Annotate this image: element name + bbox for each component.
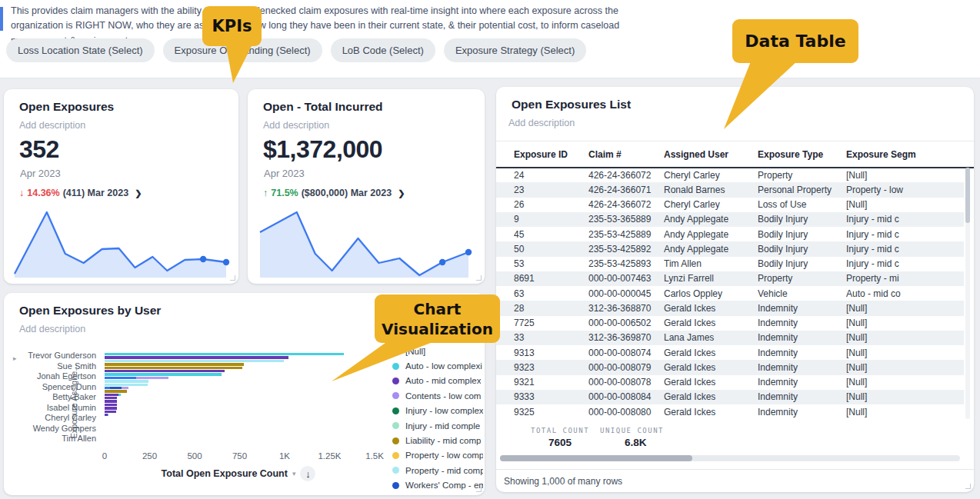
table-cell: 9313: [514, 348, 588, 358]
table-row[interactable]: 24426-24-366072Cheryl CarleyProperty[Nul…: [496, 168, 964, 182]
bar-row[interactable]: [105, 353, 375, 355]
add-description-button[interactable]: Add description: [19, 324, 85, 334]
bar-row[interactable]: [105, 414, 375, 416]
table-row[interactable]: 8691000-00-007463Lynzi FarrellPropertyPr…: [496, 271, 964, 286]
table-row[interactable]: 26426-24-366072Cheryl CarleyLoss of Use[…: [496, 198, 964, 212]
bar-row[interactable]: [105, 360, 375, 362]
legend-item[interactable]: Workers' Comp - em: [392, 478, 483, 493]
column-header[interactable]: Claim #: [588, 149, 664, 160]
add-description-button[interactable]: Add description: [508, 118, 575, 128]
table-row[interactable]: 23426-24-366071Ronald BarnesPersonal Pro…: [496, 182, 964, 197]
table-cell: Indemnity: [758, 303, 846, 314]
bar-segment: [105, 373, 222, 375]
bar-row[interactable]: [105, 384, 375, 386]
bar-row[interactable]: [105, 373, 375, 375]
table-cell: Lana James: [664, 332, 758, 343]
legend-label: Injury - low complex: [405, 406, 483, 415]
bar-row[interactable]: [105, 400, 375, 402]
legend-item[interactable]: Liability - mid comp: [392, 433, 483, 447]
legend-item[interactable]: Property - low comp: [392, 448, 483, 463]
bar-segment: [105, 363, 244, 365]
legend-item[interactable]: Property - mid comp: [392, 463, 483, 477]
vertical-scrollbar[interactable]: [965, 168, 970, 419]
bar-row[interactable]: [105, 367, 375, 369]
bar-row[interactable]: [105, 407, 375, 409]
bar-row[interactable]: [105, 394, 375, 396]
bar-category-labels: Trevor GundersonSue SmithJonah EgertsonS…: [25, 351, 96, 444]
bar-row[interactable]: [105, 397, 375, 399]
column-header[interactable]: Assigned User: [664, 149, 758, 160]
column-header[interactable]: Exposure ID: [514, 149, 588, 160]
delta-percent: 14.36%: [27, 188, 59, 198]
kpi-delta: ↓ 14.36% (411) Mar 2023 ❯: [19, 188, 142, 198]
legend-item[interactable]: Auto - low complexi: [392, 358, 483, 373]
legend-item[interactable]: Injury - low complex: [392, 404, 483, 418]
bar-row[interactable]: [105, 356, 375, 358]
chevron-right-icon[interactable]: ❯: [398, 188, 405, 198]
legend-item[interactable]: Contents - low com: [392, 388, 483, 403]
bar-row[interactable]: [105, 370, 375, 372]
legend-color-dot: [392, 348, 399, 354]
filter-chip[interactable]: Exposure Strategy (Select): [444, 38, 586, 62]
filter-chip[interactable]: LoB Code (Select): [331, 38, 435, 62]
table-row[interactable]: 9235-53-365889Andy ApplegateBodily Injur…: [496, 212, 964, 227]
table-row[interactable]: 9333000-00-008084Gerald IckesIndemnity[N…: [496, 390, 964, 404]
scrollbar-thumb[interactable]: [500, 455, 692, 461]
table-row[interactable]: 28312-36-368870Gerald IckesIndemnity[Nul…: [496, 301, 964, 315]
table-row[interactable]: 9323000-00-008079Gerald IckesIndemnity[N…: [496, 360, 964, 374]
table-row[interactable]: 9325000-00-008080Gerald IckesIndemnity[N…: [496, 404, 964, 419]
annotation-kpis: KPIs: [202, 6, 262, 46]
divider: [496, 469, 974, 470]
table-cell: 000-00-008074: [588, 348, 664, 358]
table-cell: Gerald Ickes: [664, 348, 758, 358]
kpi-card-total-incurred: Open - Total Incurred Add description $1…: [248, 89, 485, 284]
table-cell: 312-36-369870: [588, 332, 664, 343]
table-cell: [Null]: [846, 391, 964, 402]
table-row[interactable]: 53235-53-425893Tim AllenBodily InjuryInj…: [496, 257, 964, 271]
table-row[interactable]: 9313000-00-008074Gerald IckesIndemnity[N…: [496, 345, 964, 360]
table-row[interactable]: 63000-00-000045Carlos OppleyVehicleAuto …: [496, 286, 964, 301]
table-row[interactable]: 45235-53-425889Andy ApplegateBodily Inju…: [496, 227, 964, 241]
add-description-button[interactable]: Add description: [19, 120, 85, 131]
table-cell: Injury - mid c: [846, 214, 964, 225]
legend-item[interactable]: Auto - mid complex: [392, 374, 483, 388]
column-header[interactable]: Exposure Segm: [846, 149, 974, 160]
bar-row[interactable]: [105, 411, 375, 413]
collapse-caret-icon[interactable]: ▸: [13, 354, 17, 362]
legend-color-dot: [392, 437, 399, 444]
legend-item[interactable]: [Null]: [392, 344, 483, 358]
horizontal-scrollbar[interactable]: [500, 455, 960, 461]
table-cell: Injury - mid c: [846, 244, 964, 254]
table-row[interactable]: 9321000-00-008078Gerald IckesIndemnity[N…: [496, 375, 964, 390]
bar-row[interactable]: [105, 404, 375, 406]
bar-segment: [105, 356, 288, 358]
kpi-value: 352: [19, 135, 59, 164]
kpi-period: Apr 2023: [20, 168, 61, 179]
bar-row[interactable]: [105, 363, 375, 365]
up-arrow-icon: ↑: [263, 188, 268, 198]
chevron-down-icon[interactable]: ▾: [292, 470, 296, 477]
table-row[interactable]: 33312-36-369870Lana JamesIndemnity[Null]: [496, 331, 964, 345]
table-cell: Property - mi: [846, 273, 964, 284]
add-description-button[interactable]: Add description: [263, 120, 329, 131]
bar-row[interactable]: [105, 380, 375, 382]
table-row[interactable]: 50235-53-425892Andy ApplegateBodily Inju…: [496, 241, 964, 256]
bar-row[interactable]: [105, 390, 375, 392]
bar-segment: [122, 387, 128, 389]
table-cell: 9325: [514, 407, 588, 417]
chevron-right-icon[interactable]: ❯: [135, 188, 142, 198]
scrollbar-thumb[interactable]: [965, 168, 970, 223]
table-cell: 7725: [514, 318, 588, 328]
legend-color-dot: [392, 392, 399, 399]
sort-descending-icon[interactable]: ↓: [300, 466, 315, 481]
legend-item[interactable]: Injury - mid comple: [392, 418, 483, 433]
table-cell: Gerald Ickes: [664, 362, 758, 373]
table-cell: Indemnity: [758, 391, 846, 402]
bar-row[interactable]: [105, 377, 375, 379]
column-header[interactable]: Exposure Type: [758, 149, 846, 160]
table-cell: 426-24-366072: [588, 199, 664, 210]
bar-row[interactable]: [105, 387, 375, 389]
table-cell: 45: [514, 229, 588, 240]
filter-chip[interactable]: Loss Location State (Select): [6, 38, 155, 62]
table-row[interactable]: 7725000-00-006502Gerald IckesIndemnity[N…: [496, 316, 964, 331]
